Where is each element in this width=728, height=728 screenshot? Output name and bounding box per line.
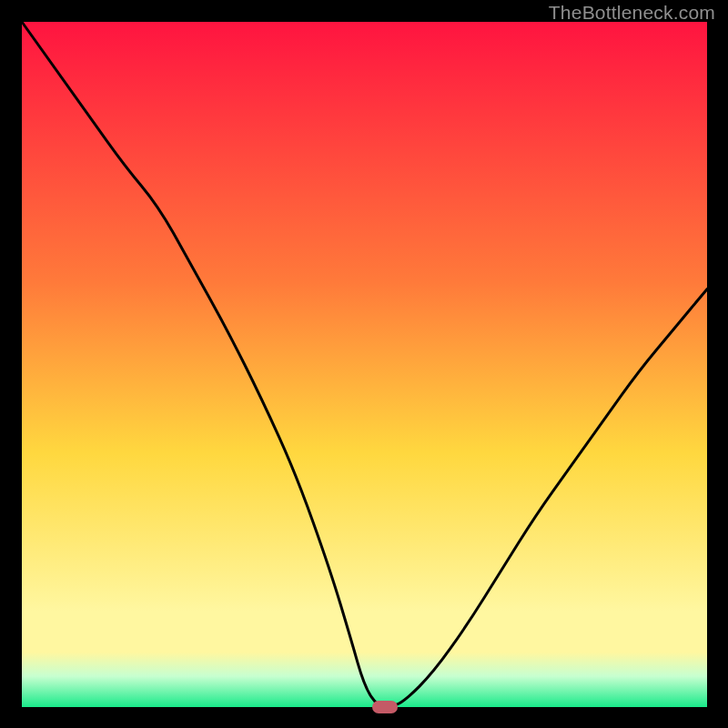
- chart-background: [22, 22, 707, 707]
- optimal-marker: [372, 701, 398, 713]
- chart-root: TheBottleneck.com: [0, 0, 728, 728]
- watermark-label: TheBottleneck.com: [549, 2, 715, 24]
- bottleneck-chart: [0, 0, 728, 728]
